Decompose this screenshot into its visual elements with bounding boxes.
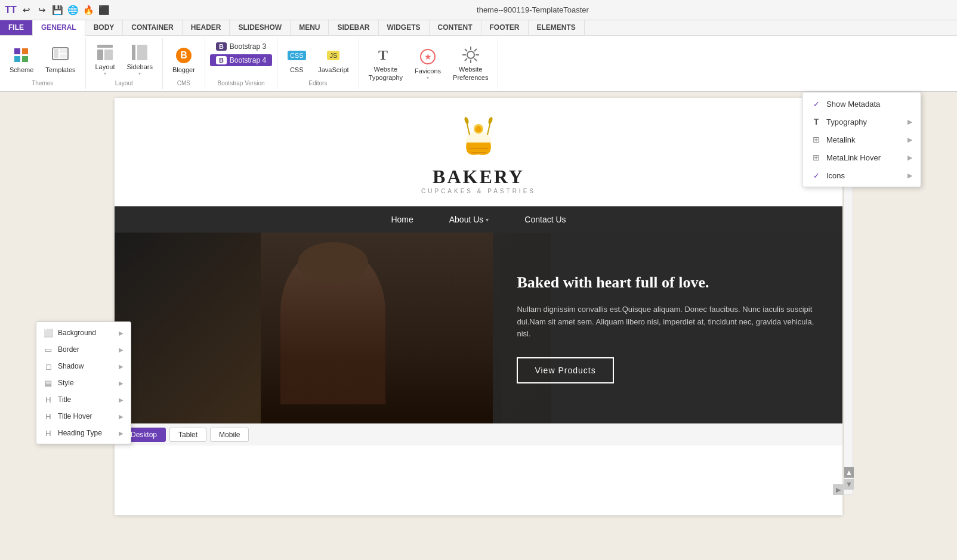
tab-content[interactable]: CONTENT [430,20,481,35]
css-label: CSS [290,66,304,74]
bakery-cupcake-icon [455,116,502,165]
ctx-shadow[interactable]: ◻ Shadow ▶ [36,358,131,375]
tab-general[interactable]: GENERAL [33,20,85,36]
favicons-button[interactable]: ★ Favicons ▾ [410,45,446,83]
ribbon-group-editors: CSS CSS JS JavaScript Editors [277,38,359,89]
scroll-up-button[interactable]: ▲ [844,467,854,478]
ribbon-group-website: T WebsiteTypography ★ Favicons ▾ [359,38,499,89]
svg-rect-5 [54,49,58,58]
scroll-down-button[interactable]: ▼ [844,479,854,490]
rctx-typography[interactable]: T Typography ▶ [802,113,921,131]
rctx-show-metadata[interactable]: ✓ Show Metadata [802,95,921,113]
tt-icon[interactable]: TT [5,4,17,16]
background-icon: ⬜ [44,328,53,338]
title-hover-icon: H [44,412,53,421]
record-icon[interactable]: ⬛ [98,4,110,16]
website-preferences-button[interactable]: WebsitePreferences [448,43,493,83]
layout-button[interactable]: Layout ▾ [91,41,120,79]
themes-items: Scheme Templates [5,41,81,79]
js-icon: JS [324,46,343,65]
sidebars-icon [130,43,149,62]
style-icon: ▤ [44,378,53,388]
svg-rect-11 [132,45,135,60]
favicons-label: Favicons [415,67,441,75]
ribbon-group-bootstrap: B Bootstrap 3 B Bootstrap 4 Bootstrap Ve… [205,38,277,89]
ribbon-content-area: Scheme Templates Themes [0,36,957,91]
rctx-icons[interactable]: ✓ Icons ▶ [802,166,921,184]
svg-rect-2 [14,56,20,62]
bootstrap4-badge: B [216,56,227,64]
ctx-style[interactable]: ▤ Style ▶ [36,375,131,391]
ctx-border[interactable]: ▭ Border ▶ [36,341,131,358]
page-outer: BAKERY CUPCAKES & PASTRIES Home About Us… [0,92,957,521]
tab-footer[interactable]: FOOTER [481,20,529,35]
tab-body[interactable]: BODY [85,20,124,35]
about-dropdown-icon: ▾ [486,216,489,223]
tab-sidebar[interactable]: SIDEBAR [329,20,378,35]
bootstrap-version-items: B Bootstrap 3 B Bootstrap 4 [210,41,272,79]
rctx-metalink-hover-icon: ⊞ [811,152,822,163]
ctx-background[interactable]: ⬜ Background ▶ [36,324,131,341]
javascript-button[interactable]: JS JavaScript [313,44,353,76]
nav-about[interactable]: About Us ▾ [449,215,489,224]
ribbon-group-layout: Layout ▾ Sidebars ▾ Layout [86,38,163,89]
tab-menu[interactable]: MENU [291,20,329,35]
sidebars-label: Sidebars [127,63,153,71]
tab-elements[interactable]: ELEMENTS [529,20,585,35]
ctx-title-hover[interactable]: H Title Hover ▶ [36,408,131,425]
globe-icon[interactable]: 🌐 [67,4,79,16]
svg-rect-9 [97,49,103,60]
editors-items: CSS CSS JS JavaScript [282,41,353,79]
layout-icon [95,43,115,62]
view-products-button[interactable]: View Products [517,357,613,383]
svg-text:★: ★ [424,52,432,61]
tab-widgets[interactable]: WIDGETS [379,20,430,35]
css-button[interactable]: CSS CSS [282,44,311,76]
rctx-metalink-hover-arrow-icon: ▶ [907,154,912,162]
tab-header[interactable]: HEADER [183,20,230,35]
bakery-name: BAKERY [433,166,524,188]
tablet-tab[interactable]: Tablet [169,428,206,442]
svg-point-32 [464,117,470,125]
ctx-title[interactable]: H Title ▶ [36,391,131,408]
svg-text:B: B [180,50,187,60]
scheme-button[interactable]: Scheme [5,44,38,76]
bootstrap4-button[interactable]: B Bootstrap 4 [210,54,272,66]
nav-home[interactable]: Home [391,215,413,224]
rctx-metalink-hover[interactable]: ⊞ MetaLink Hover ▶ [802,148,921,166]
bakery-nav: Home About Us ▾ Contact Us [115,206,842,233]
undo-icon[interactable]: ↩ [20,4,32,16]
ctx-heading-type-label: Heading Type [58,429,102,437]
fire-icon[interactable]: 🔥 [82,4,94,16]
nav-contact[interactable]: Contact Us [524,215,566,224]
rctx-metalink[interactable]: ⊞ Metalink ▶ [802,131,921,148]
sidebars-button[interactable]: Sidebars ▾ [122,41,158,79]
redo-icon[interactable]: ↪ [36,4,48,16]
svg-rect-3 [22,56,28,62]
templates-button[interactable]: Templates [41,44,80,76]
bootstrap3-label: Bootstrap 3 [230,42,266,51]
save-icon[interactable]: 💾 [51,4,63,16]
bootstrap3-button[interactable]: B Bootstrap 3 [210,41,272,52]
tab-file[interactable]: FILE [0,20,33,35]
svg-text:T: T [378,47,388,63]
rctx-typography-label: Typography [826,117,867,126]
shadow-icon: ◻ [44,361,53,371]
ctx-heading-type[interactable]: H Heading Type ▶ [36,425,131,441]
blogger-button[interactable]: B Blogger [168,44,200,76]
svg-line-26 [465,58,467,61]
rctx-icons-label: Icons [826,171,845,180]
tab-slideshow[interactable]: SLIDESHOW [230,20,291,35]
layout-group-label: Layout [115,79,133,86]
bootstrap-group-label: Bootstrap Version [218,79,265,86]
window-title: theme--900119-TemplateToaster [113,5,952,14]
rctx-show-metadata-label: Show Metadata [826,100,880,109]
tab-container[interactable]: CONTAINER [123,20,182,35]
top-bar: TT ↩ ↪ 💾 🌐 🔥 ⬛ theme--900119-TemplateToa… [0,0,957,20]
rctx-metalink-hover-label: MetaLink Hover [826,153,881,162]
mobile-tab[interactable]: Mobile [210,428,249,442]
website-typography-button[interactable]: T WebsiteTypography [364,43,408,83]
scroll-right-button[interactable]: ▶ [833,484,844,495]
scheme-label: Scheme [10,66,33,74]
title-arrow-icon: ▶ [119,397,124,403]
